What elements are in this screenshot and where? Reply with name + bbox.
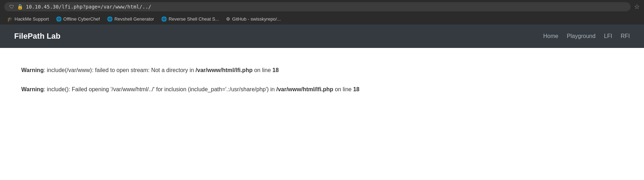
- bookmark-revshell-label: Revshell Generator: [114, 16, 154, 22]
- warning-line-2: 18: [353, 86, 360, 92]
- warning-label-2: Warning: [21, 86, 44, 92]
- shield-icon: 🛡: [9, 4, 14, 10]
- site-title: FilePath Lab: [14, 32, 61, 41]
- bookmark-revshell[interactable]: 🌐 Revshell Generator: [104, 15, 157, 23]
- bookmark-github-label: GitHub - swisskyrepo/...: [232, 16, 281, 22]
- reverseshell-icon: 🌐: [161, 16, 167, 22]
- warning-after-2: on line: [333, 86, 353, 92]
- warning-path-1: /var/www/html/lfi.php: [196, 67, 253, 73]
- warning-label-1: Warning: [21, 67, 44, 73]
- nav-rfi[interactable]: RFI: [621, 33, 630, 39]
- cyberchef-icon: 🌐: [56, 16, 62, 22]
- warning-line-1: 18: [272, 67, 279, 73]
- bookmarks-bar: 🎓 HackMe Support 🌐 Offline CyberChef 🌐 R…: [0, 13, 644, 24]
- warning-block-2: Warning: include(): Failed opening '/var…: [21, 85, 623, 94]
- bookmark-reverseshell-label: Reverse Shell Cheat S...: [169, 16, 219, 22]
- address-bar[interactable]: 🛡 🔒 10.10.45.30/lfi.php?page=/var/www/ht…: [4, 2, 631, 11]
- address-bar-row: 🛡 🔒 10.10.45.30/lfi.php?page=/var/www/ht…: [0, 0, 644, 13]
- main-content: Warning: include(/var/www): failed to op…: [0, 48, 644, 121]
- nav-home[interactable]: Home: [543, 33, 558, 39]
- bookmark-hackme-label: HackMe Support: [15, 16, 49, 22]
- github-icon: ⚙: [226, 16, 230, 22]
- url-text[interactable]: 10.10.45.30/lfi.php?page=/var/www/html/.…: [26, 4, 151, 10]
- site-header: FilePath Lab Home Playground LFI RFI: [0, 24, 644, 48]
- site-nav: Home Playground LFI RFI: [543, 33, 630, 39]
- bookmark-github[interactable]: ⚙ GitHub - swisskyrepo/...: [223, 15, 283, 23]
- nav-playground[interactable]: Playground: [567, 33, 595, 39]
- warning-block-1: Warning: include(/var/www): failed to op…: [21, 66, 623, 75]
- bookmark-cyberchef-label: Offline CyberChef: [63, 16, 100, 22]
- warning-after-1: on line: [253, 67, 272, 73]
- bookmark-cyberchef[interactable]: 🌐 Offline CyberChef: [53, 15, 103, 23]
- browser-chrome: 🛡 🔒 10.10.45.30/lfi.php?page=/var/www/ht…: [0, 0, 644, 24]
- warning-text-2: : include(): Failed opening '/var/www/ht…: [44, 86, 276, 92]
- hackme-icon: 🎓: [7, 16, 13, 22]
- warning-text-1: : include(/var/www): failed to open stre…: [44, 67, 196, 73]
- bookmark-star-icon[interactable]: ☆: [634, 3, 640, 11]
- nav-lfi[interactable]: LFI: [604, 33, 612, 39]
- bookmark-reverseshell[interactable]: 🌐 Reverse Shell Cheat S...: [158, 15, 222, 23]
- bookmark-hackme[interactable]: 🎓 HackMe Support: [4, 15, 52, 23]
- warning-path-2: /var/www/html/lfi.php: [276, 86, 333, 92]
- revshell-icon: 🌐: [107, 16, 113, 22]
- lock-icon: 🔒: [17, 4, 23, 10]
